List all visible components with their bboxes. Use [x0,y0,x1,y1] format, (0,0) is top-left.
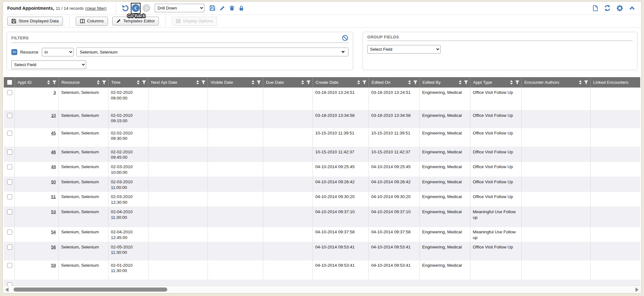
add-filter-field-select[interactable]: Select Field [11,60,86,69]
filter-operator-select[interactable]: in [42,48,74,56]
sort-icon[interactable] [251,80,255,85]
cell-time: 02-02-201009:15:00 [108,110,148,128]
filter-funnel-icon[interactable] [362,80,367,85]
cell-due-date [263,242,313,260]
trash-icon[interactable] [229,5,235,11]
cell-linked-encounters [590,147,640,162]
group-fields-rule [367,41,633,41]
appt-id-link[interactable]: 45 [51,131,56,135]
cell-linked-encounters [590,128,640,147]
lock-icon[interactable] [239,5,244,11]
pencil-icon[interactable] [219,5,225,11]
appt-id-link[interactable]: 56 [51,245,56,249]
row-checkbox[interactable] [7,131,12,136]
filter-funnel-icon[interactable] [257,80,261,85]
chevron-down-icon [341,51,345,53]
sort-icon[interactable] [408,80,412,85]
sort-icon[interactable] [578,80,582,85]
filter-funnel-icon[interactable] [515,80,519,85]
appt-id-link[interactable]: 10 [51,113,56,118]
column-header-create-date[interactable]: Create Date [313,77,369,88]
cell-appt-id: 51 [14,192,58,207]
row-checkbox[interactable] [7,230,12,235]
group-field-select[interactable]: Select Field [367,45,441,54]
row-checkbox[interactable] [7,150,12,155]
filter-funnel-icon[interactable] [306,80,311,85]
cell-resource: Selenium, Selenium [58,110,108,128]
go-forward-icon[interactable] [142,4,150,12]
cell-visible-date [208,242,263,260]
filter-funnel-icon[interactable] [142,80,146,85]
row-checkbox[interactable] [7,245,12,250]
appointments-table: Appt IDResourceTimeNext Apt DateVisible … [4,77,640,293]
scroll-left-arrow-icon[interactable] [5,287,8,292]
appt-id-link[interactable]: 49 [51,164,56,169]
column-header-edited-on[interactable]: Edited On [369,77,419,88]
appt-id-link[interactable]: 59 [51,263,56,268]
undo-icon[interactable] [121,4,129,12]
cell-next-apt-date [148,227,208,242]
columns-button[interactable]: Columns [76,17,108,26]
new-document-icon[interactable] [592,5,598,12]
scroll-right-arrow-icon[interactable] [636,287,639,292]
filter-funnel-icon[interactable] [102,80,106,85]
appt-id-link[interactable]: 3 [53,90,56,95]
sort-icon[interactable] [47,80,51,85]
column-header-time[interactable]: Time [108,77,148,88]
appt-id-link[interactable]: 53 [51,209,56,214]
row-checkbox[interactable] [7,209,12,214]
h-scrollbar-thumb[interactable] [14,287,167,292]
drill-down-select[interactable]: Drill Down [155,4,204,12]
filter-row: Resource in Selenium, Selenium [11,48,348,56]
column-header-edited-by[interactable]: Edited By [419,77,470,88]
select-all-checkbox[interactable] [7,80,12,85]
appt-id-link[interactable]: 50 [51,179,56,184]
sort-icon[interactable] [357,80,361,85]
select-all-header-cell [4,77,14,88]
appt-id-link[interactable]: 46 [51,150,56,154]
disable-filters-icon[interactable] [342,35,348,41]
refresh-icon[interactable] [604,4,611,12]
cell-edited-on: 04-10-2014 09:30:20 [369,192,419,207]
row-checkbox[interactable] [7,113,12,118]
sort-icon[interactable] [196,80,200,85]
appt-id-link[interactable]: 54 [51,230,56,234]
filter-funnel-icon[interactable] [201,80,206,85]
filter-value-combobox[interactable]: Selenium, Selenium [76,48,348,56]
cell-encounter-authors [521,260,590,280]
collapse-icon[interactable] [629,5,636,11]
column-header-due-date[interactable]: Due Date [263,77,313,88]
sort-icon[interactable] [458,80,462,85]
filter-funnel-icon[interactable] [464,80,468,85]
sort-icon[interactable] [301,80,305,85]
row-checkbox[interactable] [7,179,12,185]
table-row: 45Selenium, Selenium02-02-201009:30:0010… [4,128,640,147]
filter-funnel-icon[interactable] [413,80,418,85]
sort-icon[interactable] [96,80,100,85]
remove-filter-icon[interactable] [11,49,17,55]
appt-id-link[interactable]: 51 [51,194,56,199]
go-back-icon[interactable] [132,4,140,12]
row-checkbox[interactable] [7,263,12,268]
column-header-linked-encounters[interactable]: Linked Encounters [590,77,640,88]
filter-funnel-icon[interactable] [52,80,57,85]
sort-icon[interactable] [509,80,514,85]
column-header-next-apt-date[interactable]: Next Apt Date [148,77,208,88]
filter-funnel-icon[interactable] [584,80,588,85]
column-header-visible-date[interactable]: Visible Date [208,77,263,88]
sort-icon[interactable] [136,80,140,85]
table-row: 3Selenium, Selenium02-02-201009:00:0003-… [4,88,640,110]
column-header-appt-id[interactable]: Appt ID [14,77,58,88]
column-header-resource[interactable]: Resource [58,77,108,88]
row-checkbox[interactable] [7,164,12,169]
secondary-toolbar: Store Displayed Data Columns Templates E… [3,15,641,28]
column-header-encounter-authors[interactable]: Encounter Authors [521,77,590,88]
store-displayed-data-button[interactable]: Store Displayed Data [7,17,63,26]
row-checkbox[interactable] [7,194,12,199]
row-checkbox[interactable] [7,90,12,95]
clear-filter-link[interactable]: (clear filter) [85,6,107,11]
save-icon[interactable] [209,5,215,11]
cell-next-apt-date [148,177,208,192]
gear-icon[interactable] [616,5,623,12]
column-header-appt-type[interactable]: Appt Type [470,77,521,88]
